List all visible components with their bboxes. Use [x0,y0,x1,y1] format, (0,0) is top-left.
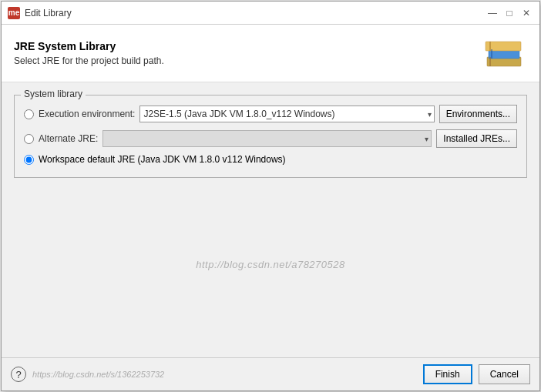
alternate-jre-select-wrapper: ▾ [102,130,432,147]
page-subtitle: Select JRE for the project build path. [14,55,164,66]
bottom-bar: ? https://blog.csdn.net/s/1362253732 Fin… [2,357,539,390]
execution-env-select-wrapper: J2SE-1.5 (Java JDK VM 1.8.0_v112 Windows… [139,106,434,122]
minimize-button[interactable]: — [486,6,499,20]
alternate-jre-select[interactable] [102,130,432,147]
workspace-default-radio[interactable] [24,155,34,165]
system-library-group: System library Execution environment: J2… [14,95,527,178]
environments-button[interactable]: Environments... [439,105,517,123]
content-area: JRE System Library Select JRE for the pr… [2,25,539,390]
cancel-button[interactable]: Cancel [479,364,530,384]
window-title: Edit Library [25,8,486,18]
title-bar: me Edit Library — □ ✕ [2,2,539,25]
execution-env-label: Execution environment: [39,109,135,119]
help-button[interactable]: ? [11,367,26,382]
execution-env-radio[interactable] [24,109,34,119]
workspace-default-label: Workspace default JRE (Java JDK VM 1.8.0… [39,154,286,165]
alternate-jre-label: Alternate JRE: [39,133,98,144]
main-section: System library Execution environment: J2… [2,82,539,357]
header-text: JRE System Library Select JRE for the pr… [14,40,164,66]
workspace-default-row: Workspace default JRE (Java JDK VM 1.8.0… [24,154,517,165]
book-icon [481,34,527,72]
group-legend: System library [21,89,86,99]
app-icon: me [8,7,20,19]
finish-button[interactable]: Finish [423,364,472,384]
alternate-jre-row: Alternate JRE: ▾ Installed JREs... [24,129,517,148]
watermark-url: https://blog.csdn.net/s/1362253732 [32,370,164,379]
execution-env-row: Execution environment: J2SE-1.5 (Java JD… [24,105,517,123]
maximize-button[interactable]: □ [502,6,516,20]
alternate-jre-radio[interactable] [24,134,34,144]
execution-env-select[interactable]: J2SE-1.5 (Java JDK VM 1.8.0_v112 Windows… [139,106,434,122]
page-title: JRE System Library [14,40,164,52]
close-button[interactable]: ✕ [519,6,533,20]
installed-jres-button[interactable]: Installed JREs... [436,129,517,148]
header-section: JRE System Library Select JRE for the pr… [2,25,539,82]
watermark-text: http://blog.csdn.net/a78270528 [14,259,527,270]
main-window: me Edit Library — □ ✕ JRE System Library… [1,1,540,391]
watermark-area: http://blog.csdn.net/a78270528 [14,184,527,345]
window-controls: — □ ✕ [486,6,533,20]
svg-rect-2 [486,42,521,51]
